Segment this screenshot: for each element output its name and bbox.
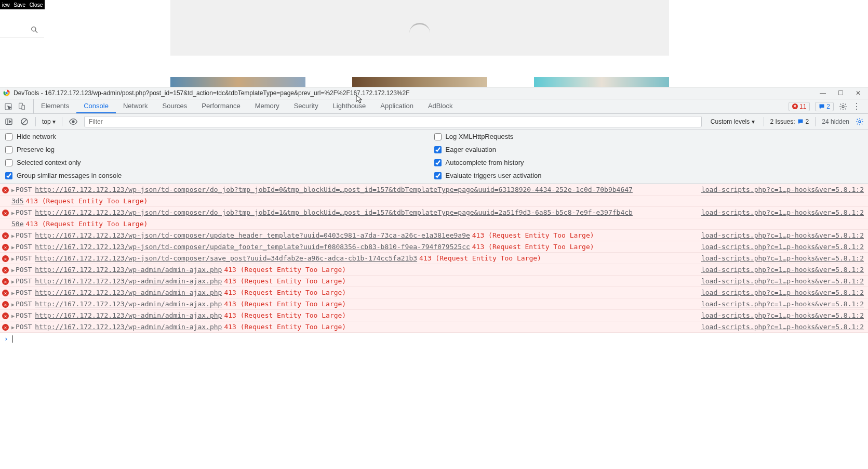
expand-icon[interactable]: ▶ [11, 244, 15, 250]
option-eager-evaluation[interactable]: Eager evaluation [434, 146, 863, 153]
expand-icon[interactable]: ▶ [11, 267, 15, 273]
option-checkbox[interactable] [5, 133, 12, 140]
thumbnail[interactable] [352, 77, 487, 87]
option-group-similar-messages-in-console[interactable]: Group similar messages in console [5, 172, 434, 179]
settings-icon[interactable] [839, 102, 847, 111]
option-checkbox[interactable] [434, 146, 442, 153]
expand-icon[interactable]: ▶ [11, 290, 15, 296]
maximize-button[interactable]: ☐ [837, 89, 844, 97]
sidebar-toggle-icon[interactable] [4, 117, 14, 126]
issues-indicator[interactable]: 2 Issues: 2 [770, 118, 809, 125]
console-error-row[interactable]: ✕▶POSThttp://167.172.172.123/wp-json/td-… [0, 241, 868, 253]
message-body: POSThttp://167.172.172.123/wp-admin/admi… [16, 323, 696, 331]
console-settings-icon[interactable] [856, 118, 864, 126]
option-preserve-log[interactable]: Preserve log [5, 146, 434, 153]
clear-console-icon[interactable] [20, 117, 29, 126]
console-error-row[interactable]: ✕▶POSThttp://167.172.172.123/wp-admin/ad… [0, 276, 868, 287]
expand-icon[interactable]: ▶ [11, 279, 15, 284]
console-error-row[interactable]: ✕▶POSThttp://167.172.172.123/wp-admin/ad… [0, 298, 868, 310]
option-checkbox[interactable] [434, 159, 442, 166]
option-checkbox[interactable] [434, 133, 442, 140]
device-toolbar-icon[interactable] [18, 102, 26, 111]
request-url[interactable]: http://167.172.172.123/wp-admin/admin-aj… [35, 289, 222, 296]
request-url[interactable]: 50e [11, 220, 23, 228]
tab-performance[interactable]: Performance [194, 99, 247, 113]
console-error-row[interactable]: ✕▶POSThttp://167.172.172.123/wp-json/td-… [0, 184, 868, 196]
source-link[interactable]: load-scripts.php?c=1…p-hooks&ver=5.8.1:2 [696, 311, 864, 319]
error-count-badge[interactable]: ✕ 11 [789, 102, 810, 111]
tab-adblock[interactable]: AdBlock [421, 99, 460, 113]
tab-application[interactable]: Application [373, 99, 421, 113]
request-url[interactable]: http://167.172.172.123/wp-admin/admin-aj… [35, 266, 222, 273]
issue-count-badge[interactable]: 2 [815, 102, 834, 111]
expand-icon[interactable]: ▶ [11, 187, 15, 193]
thumbnail[interactable] [534, 77, 669, 87]
option-checkbox[interactable] [5, 172, 12, 179]
request-url[interactable]: http://167.172.172.123/wp-admin/admin-aj… [35, 323, 222, 331]
editor-view-button[interactable]: iew [2, 2, 10, 8]
request-url[interactable]: http://167.172.172.123/wp-admin/admin-aj… [35, 277, 222, 285]
close-button[interactable]: ✕ [854, 89, 862, 97]
console-error-row[interactable]: ✕▶POSThttp://167.172.172.123/wp-admin/ad… [0, 321, 868, 333]
editor-close-button[interactable]: Close [30, 2, 43, 8]
source-link[interactable]: load-scripts.php?c=1…p-hooks&ver=5.8.1:2 [696, 186, 864, 193]
tab-lighthouse[interactable]: Lighthouse [326, 99, 373, 113]
tab-security[interactable]: Security [287, 99, 326, 113]
option-evaluate-triggers-user-activation[interactable]: Evaluate triggers user activation [434, 172, 863, 179]
request-url[interactable]: http://167.172.172.123/wp-json/td-compos… [35, 254, 417, 262]
tab-elements[interactable]: Elements [34, 99, 76, 113]
log-levels-selector[interactable]: Custom levels ▾ [708, 116, 757, 127]
source-link[interactable]: load-scripts.php?c=1…p-hooks&ver=5.8.1:2 [696, 266, 864, 273]
console-error-row[interactable]: ✕▶POSThttp://167.172.172.123/wp-json/td-… [0, 253, 868, 264]
filter-input[interactable] [84, 116, 702, 127]
inspect-element-icon[interactable] [4, 102, 12, 111]
expand-icon[interactable]: ▶ [11, 324, 15, 330]
live-expression-icon[interactable] [69, 117, 78, 126]
option-log-xmlhttprequests[interactable]: Log XMLHttpRequests [434, 133, 863, 140]
thumbnail[interactable] [170, 77, 305, 87]
tab-memory[interactable]: Memory [248, 99, 287, 113]
console-error-row[interactable]: ✕▶POSThttp://167.172.172.123/wp-admin/ad… [0, 310, 868, 321]
console-prompt[interactable]: › [0, 333, 868, 345]
tab-console[interactable]: Console [76, 99, 116, 113]
console-error-row[interactable]: ✕▶POSThttp://167.172.172.123/wp-admin/ad… [0, 264, 868, 276]
option-checkbox[interactable] [434, 172, 442, 179]
expand-icon[interactable]: ▶ [11, 313, 15, 319]
tab-network[interactable]: Network [116, 99, 155, 113]
source-link[interactable]: load-scripts.php?c=1…p-hooks&ver=5.8.1:2 [696, 289, 864, 296]
editor-save-button[interactable]: Save [14, 2, 25, 8]
minimize-button[interactable]: — [819, 89, 826, 97]
more-options-icon[interactable]: ⋮ [852, 101, 861, 111]
source-link[interactable]: load-scripts.php?c=1…p-hooks&ver=5.8.1:2 [696, 243, 864, 251]
request-url[interactable]: http://167.172.172.123/wp-admin/admin-aj… [35, 311, 222, 319]
request-url[interactable]: http://167.172.172.123/wp-json/td-compos… [35, 186, 633, 193]
option-checkbox[interactable] [5, 146, 12, 153]
source-link[interactable]: load-scripts.php?c=1…p-hooks&ver=5.8.1:2 [696, 209, 864, 216]
console-error-row[interactable]: ✕▶POSThttp://167.172.172.123/wp-admin/ad… [0, 287, 868, 298]
expand-icon[interactable]: ▶ [11, 302, 15, 307]
option-selected-context-only[interactable]: Selected context only [5, 159, 434, 166]
option-checkbox[interactable] [5, 159, 12, 166]
expand-icon[interactable]: ▶ [11, 233, 15, 239]
expand-icon[interactable]: ▶ [11, 256, 15, 262]
tab-sources[interactable]: Sources [155, 99, 195, 113]
option-autocomplete-from-history[interactable]: Autocomplete from history [434, 159, 863, 166]
source-link[interactable]: load-scripts.php?c=1…p-hooks&ver=5.8.1:2 [696, 277, 864, 285]
hidden-count[interactable]: 24 hidden [822, 118, 849, 125]
expand-icon[interactable]: ▶ [11, 210, 15, 216]
request-url[interactable]: http://167.172.172.123/wp-admin/admin-aj… [35, 300, 222, 308]
request-url[interactable]: http://167.172.172.123/wp-json/td-compos… [35, 231, 470, 239]
execution-context-selector[interactable]: top ▾ [42, 118, 56, 125]
source-link[interactable]: load-scripts.php?c=1…p-hooks&ver=5.8.1:2 [696, 300, 864, 308]
request-url[interactable]: 3d5 [11, 197, 23, 205]
console-error-row[interactable]: ✕▶POSThttp://167.172.172.123/wp-json/td-… [0, 207, 868, 218]
option-hide-network[interactable]: Hide network [5, 133, 434, 140]
source-link[interactable]: load-scripts.php?c=1…p-hooks&ver=5.8.1:2 [696, 254, 864, 262]
request-url[interactable]: http://167.172.172.123/wp-json/td-compos… [35, 209, 633, 216]
source-link[interactable]: load-scripts.php?c=1…p-hooks&ver=5.8.1:2 [696, 231, 864, 239]
request-url[interactable]: http://167.172.172.123/wp-json/td-compos… [35, 243, 470, 251]
source-link[interactable]: load-scripts.php?c=1…p-hooks&ver=5.8.1:2 [696, 323, 864, 331]
console-error-row[interactable]: ✕▶POSThttp://167.172.172.123/wp-json/td-… [0, 230, 868, 241]
http-method: POST [16, 266, 32, 273]
editor-search[interactable] [0, 22, 44, 37]
